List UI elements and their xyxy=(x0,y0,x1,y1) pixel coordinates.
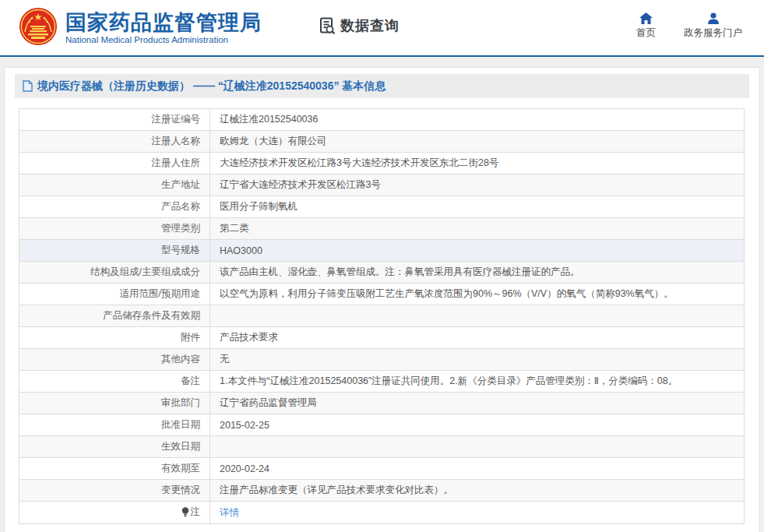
row-label: 产品名称 xyxy=(19,196,210,218)
row-label: 生效日期 xyxy=(19,436,210,458)
table-row: 其他内容无 xyxy=(19,349,745,371)
row-label: 适用范围/预期用途 xyxy=(19,284,210,305)
logo-area: 国家药品监督管理局 National Medical Products Admi… xyxy=(19,7,262,49)
header-nav: 首页 政务服务门户 xyxy=(636,12,742,40)
nav-portal-label: 政务服务门户 xyxy=(684,26,742,40)
row-label: 注 xyxy=(19,502,210,524)
row-value-text: 2015-02-25 xyxy=(220,420,269,431)
row-label-text: 其他内容 xyxy=(161,353,200,366)
row-value: 1.本文件与“辽械注准20152540036”注册证共同使用。2.新《分类目录》… xyxy=(210,371,745,393)
row-value: 医用分子筛制氧机 xyxy=(210,196,745,218)
row-value: 2015-02-25 xyxy=(210,414,745,436)
row-value-text: 2020-02-24 xyxy=(220,463,269,474)
row-value: HAO3000 xyxy=(210,240,745,262)
row-value-text: 辽宁省药品监督管理局 xyxy=(220,397,317,408)
row-label: 其他内容 xyxy=(19,349,210,371)
table-row: 注册人住所大连经济技术开发区松江路3号大连经济技术开发区东北二街28号 xyxy=(19,153,745,174)
data-query-section: 数据查询 xyxy=(318,16,400,35)
row-label-text: 注册人住所 xyxy=(152,157,201,170)
row-value-text: 无 xyxy=(220,354,230,365)
row-label: 型号规格 xyxy=(19,240,210,262)
row-value-text: 该产品由主机、湿化壶、鼻氧管组成。注：鼻氧管采用具有医疗器械注册证的产品。 xyxy=(220,266,580,277)
row-value: 该产品由主机、湿化壶、鼻氧管组成。注：鼻氧管采用具有医疗器械注册证的产品。 xyxy=(210,262,745,284)
row-label-text: 生产地址 xyxy=(161,178,200,192)
row-label: 生产地址 xyxy=(19,174,210,196)
row-label: 附件 xyxy=(19,327,210,349)
table-row: 型号规格HAO3000 xyxy=(19,240,745,262)
row-label: 注册人名称 xyxy=(19,131,210,153)
table-row: 注册证编号辽械注准20152540036 xyxy=(19,109,745,131)
row-value-text: 辽宁省大连经济技术开发区松江路3号 xyxy=(220,179,381,190)
row-label: 产品储存条件及有效期 xyxy=(19,305,210,327)
row-value: 大连经济技术开发区松江路3号大连经济技术开发区东北二街28号 xyxy=(210,153,745,174)
row-value: 以空气为原料，利用分子筛变压吸附工艺生产氧浓度范围为90%～96%（V/V）的氧… xyxy=(210,284,745,305)
row-value-text: 1.本文件与“辽械注准20152540036”注册证共同使用。2.新《分类目录》… xyxy=(220,375,678,386)
table-row: 变更情况注册产品标准变更（详见产品技术要求变化对比表）。 xyxy=(19,480,745,502)
row-value-text: 欧姆龙（大连）有限公司 xyxy=(220,136,327,146)
bulb-icon xyxy=(181,507,189,517)
table-row: 注册人名称欧姆龙（大连）有限公司 xyxy=(19,131,745,153)
header-divider xyxy=(0,55,764,57)
row-label: 注册人住所 xyxy=(19,153,210,174)
row-value: 辽宁省大连经济技术开发区松江路3号 xyxy=(210,174,745,196)
row-value: 辽械注准20152540036 xyxy=(210,109,745,131)
home-icon xyxy=(639,12,653,24)
data-query-icon xyxy=(318,16,336,35)
table-row: 注详情 xyxy=(19,502,745,524)
section-title-label: 数据查询 xyxy=(340,16,400,35)
registration-info-table: 注册证编号辽械注准20152540036注册人名称欧姆龙（大连）有限公司注册人住… xyxy=(19,108,745,524)
row-value-text: 大连经济技术开发区松江路3号大连经济技术开发区东北二街28号 xyxy=(220,157,498,168)
breadcrumb: 境内医疗器械（注册历史数据） —— “辽械注准20152540036” 基本信息 xyxy=(15,74,749,98)
row-label: 管理类别 xyxy=(19,218,210,240)
org-name-en: National Medical Products Administration xyxy=(65,35,262,44)
national-emblem-logo xyxy=(19,7,58,49)
table-row: 结构及组成/主要组成成分该产品由主机、湿化壶、鼻氧管组成。注：鼻氧管采用具有医疗… xyxy=(19,262,745,284)
info-table-body: 注册证编号辽械注准20152540036注册人名称欧姆龙（大连）有限公司注册人住… xyxy=(19,109,745,524)
row-label-text: 注册人名称 xyxy=(152,135,201,148)
row-value-text: 医用分子筛制氧机 xyxy=(220,201,298,212)
row-value-text: 辽械注准20152540036 xyxy=(220,114,318,125)
row-label-text: 审批部门 xyxy=(161,396,200,410)
row-label-text: 有效期至 xyxy=(161,462,200,475)
row-value-text: 第二类 xyxy=(220,223,249,234)
row-value xyxy=(210,305,745,327)
row-value xyxy=(210,436,745,458)
row-value: 第二类 xyxy=(210,218,745,240)
nav-home[interactable]: 首页 xyxy=(636,12,656,40)
row-value: 详情 xyxy=(210,502,745,524)
user-icon xyxy=(707,12,720,24)
org-names: 国家药品监督管理局 National Medical Products Admi… xyxy=(65,11,262,44)
row-label-text: 结构及组成/主要组成成分 xyxy=(90,266,200,279)
content-card: 境内医疗器械（注册历史数据） —— “辽械注准20152540036” 基本信息… xyxy=(4,67,760,532)
row-label-text: 产品储存条件及有效期 xyxy=(103,309,200,322)
table-row: 批准日期2015-02-25 xyxy=(19,414,745,436)
row-value-text: HAO3000 xyxy=(220,245,262,256)
nav-home-label: 首页 xyxy=(636,26,656,40)
row-label: 批准日期 xyxy=(19,414,210,436)
table-row: 管理类别第二类 xyxy=(19,218,745,240)
row-label-text: 产品名称 xyxy=(161,200,200,213)
table-row: 产品储存条件及有效期 xyxy=(19,305,745,327)
row-value-text: 注册产品标准变更（详见产品技术要求变化对比表）。 xyxy=(220,484,453,495)
row-label-text: 注 xyxy=(191,506,201,519)
table-row: 适用范围/预期用途以空气为原料，利用分子筛变压吸附工艺生产氧浓度范围为90%～9… xyxy=(19,284,745,305)
page-title: 境内医疗器械（注册历史数据） —— “辽械注准20152540036” 基本信息 xyxy=(37,79,386,93)
row-value: 欧姆龙（大连）有限公司 xyxy=(210,131,745,153)
row-label: 审批部门 xyxy=(19,393,210,414)
detail-link[interactable]: 详情 xyxy=(220,507,239,518)
row-label-text: 注册证编号 xyxy=(152,113,201,126)
row-label-text: 备注 xyxy=(181,375,200,388)
row-value: 辽宁省药品监督管理局 xyxy=(210,393,745,414)
row-label: 注册证编号 xyxy=(19,109,210,131)
row-value-text: 以空气为原料，利用分子筛变压吸附工艺生产氧浓度范围为90%～96%（V/V）的氧… xyxy=(220,288,674,299)
nav-service-portal[interactable]: 政务服务门户 xyxy=(684,12,742,40)
table-row: 生产地址辽宁省大连经济技术开发区松江路3号 xyxy=(19,174,745,196)
row-label-text: 变更情况 xyxy=(161,484,200,497)
table-row: 备注1.本文件与“辽械注准20152540036”注册证共同使用。2.新《分类目… xyxy=(19,371,745,393)
row-value: 2020-02-24 xyxy=(210,458,745,480)
row-label-text: 管理类别 xyxy=(161,222,200,235)
row-value-text: 产品技术要求 xyxy=(220,332,278,343)
row-label-text: 型号规格 xyxy=(161,244,200,257)
row-label-text: 附件 xyxy=(181,331,200,344)
table-row: 生效日期 xyxy=(19,436,745,458)
